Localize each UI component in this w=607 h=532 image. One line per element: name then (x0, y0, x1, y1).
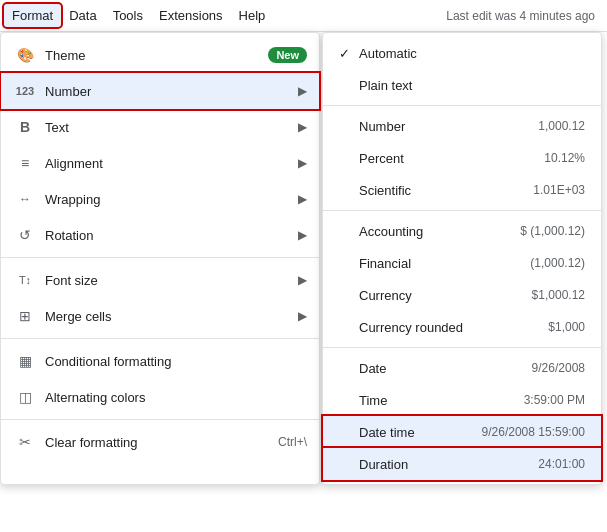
divider-2 (1, 338, 319, 339)
menu-item-rotation[interactable]: ↺ Rotation ▶ (1, 217, 319, 253)
font-size-icon: T↕ (13, 274, 37, 286)
automatic-check-icon: ✓ (339, 46, 359, 61)
menu-item-alignment[interactable]: ≡ Alignment ▶ (1, 145, 319, 181)
conditional-icon: ▦ (13, 353, 37, 369)
submenu-number[interactable]: Number 1,000.12 (323, 110, 601, 142)
submenu-accounting[interactable]: Accounting $ (1,000.12) (323, 215, 601, 247)
submenu-currency-rounded[interactable]: Currency rounded $1,000 (323, 311, 601, 343)
dropdown-container: 🎨 Theme New 123 Number ▶ B Text ▶ ≡ Alig… (0, 32, 602, 485)
alignment-arrow-icon: ▶ (298, 156, 307, 170)
text-icon: B (13, 119, 37, 135)
submenu-scientific[interactable]: Scientific 1.01E+03 (323, 174, 601, 206)
menu-item-wrapping[interactable]: ↔ Wrapping ▶ (1, 181, 319, 217)
submenu-percent[interactable]: Percent 10.12% (323, 142, 601, 174)
submenu-time[interactable]: Time 3:59:00 PM (323, 384, 601, 416)
submenu-plain-text[interactable]: Plain text (323, 69, 601, 101)
submenu-date[interactable]: Date 9/26/2008 (323, 352, 601, 384)
menu-item-clear[interactable]: ✂ Clear formatting Ctrl+\ (1, 424, 319, 460)
menubar-data[interactable]: Data (61, 4, 104, 27)
merge-cells-icon: ⊞ (13, 308, 37, 324)
number-arrow-icon: ▶ (298, 84, 307, 98)
menu-item-text[interactable]: B Text ▶ (1, 109, 319, 145)
menu-item-theme[interactable]: 🎨 Theme New (1, 37, 319, 73)
submenu-financial[interactable]: Financial (1,000.12) (323, 247, 601, 279)
rotation-icon: ↺ (13, 227, 37, 243)
divider-3 (1, 419, 319, 420)
alignment-icon: ≡ (13, 155, 37, 171)
submenu-currency[interactable]: Currency $1,000.12 (323, 279, 601, 311)
format-menu: 🎨 Theme New 123 Number ▶ B Text ▶ ≡ Alig… (0, 32, 320, 485)
alternating-icon: ◫ (13, 389, 37, 405)
text-arrow-icon: ▶ (298, 120, 307, 134)
menu-item-font-size[interactable]: T↕ Font size ▶ (1, 262, 319, 298)
submenu-duration[interactable]: Duration 24:01:00 (323, 448, 601, 480)
menu-item-alternating[interactable]: ◫ Alternating colors (1, 379, 319, 415)
clear-icon: ✂ (13, 434, 37, 450)
sub-divider-1 (323, 105, 601, 106)
number-icon: 123 (13, 85, 37, 97)
menu-item-merge-cells[interactable]: ⊞ Merge cells ▶ (1, 298, 319, 334)
font-size-arrow-icon: ▶ (298, 273, 307, 287)
merge-cells-arrow-icon: ▶ (298, 309, 307, 323)
theme-icon: 🎨 (13, 47, 37, 63)
rotation-arrow-icon: ▶ (298, 228, 307, 242)
number-submenu: ✓ Automatic Plain text Number 1,000.12 P… (322, 32, 602, 485)
submenu-automatic[interactable]: ✓ Automatic (323, 37, 601, 69)
sub-divider-2 (323, 210, 601, 211)
menu-item-number[interactable]: 123 Number ▶ (1, 73, 319, 109)
menubar-format[interactable]: Format (4, 4, 61, 27)
submenu-date-time[interactable]: Date time 9/26/2008 15:59:00 (323, 416, 601, 448)
last-edit-text: Last edit was 4 minutes ago (446, 9, 603, 23)
divider-1 (1, 257, 319, 258)
menubar-tools[interactable]: Tools (105, 4, 151, 27)
menubar-help[interactable]: Help (231, 4, 274, 27)
wrapping-arrow-icon: ▶ (298, 192, 307, 206)
menubar-extensions[interactable]: Extensions (151, 4, 231, 27)
menu-item-conditional[interactable]: ▦ Conditional formatting (1, 343, 319, 379)
menubar: Format Data Tools Extensions Help Last e… (0, 0, 607, 32)
sub-divider-3 (323, 347, 601, 348)
wrapping-icon: ↔ (13, 192, 37, 206)
